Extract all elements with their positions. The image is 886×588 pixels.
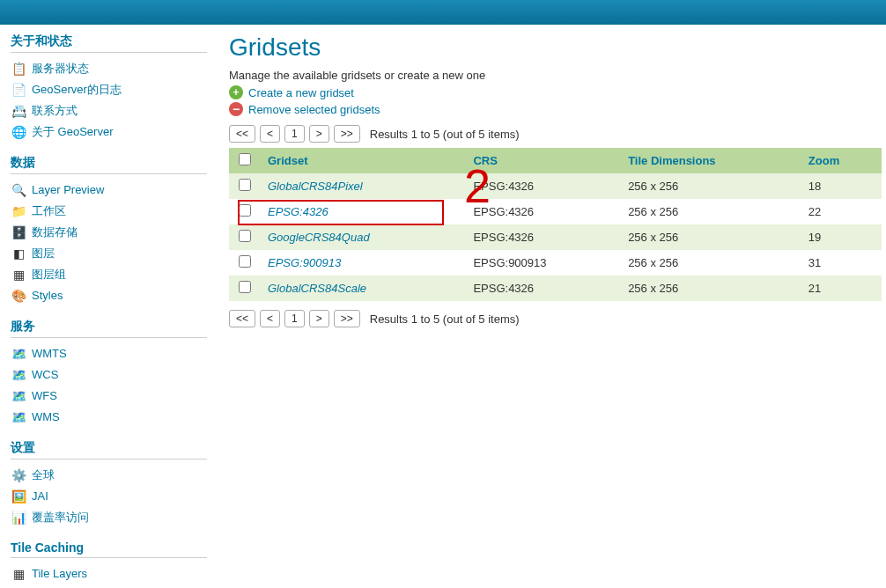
status-icon: 📋: [11, 62, 26, 76]
table-row: GlobalCRS84Scale EPSG:4326 256 x 256 21: [229, 276, 882, 301]
service-icon: 🗺️: [11, 368, 26, 382]
palette-icon: 🎨: [11, 289, 26, 303]
row-checkbox[interactable]: [239, 179, 251, 191]
layergroup-icon: ▦: [11, 268, 26, 282]
nav-stores[interactable]: 🗄️数据存储: [11, 222, 207, 243]
jai-icon: 🖼️: [11, 489, 26, 503]
log-icon: 📄: [11, 83, 26, 97]
gridset-link[interactable]: EPSG:4326: [268, 205, 329, 218]
pager-page[interactable]: 1: [284, 310, 305, 327]
gridset-link[interactable]: GlobalCRS84Pixel: [268, 180, 363, 193]
nav-geoserver-logs[interactable]: 📄GeoServer的日志: [11, 79, 207, 100]
info-icon: 🌐: [11, 125, 26, 139]
minus-icon: −: [229, 102, 243, 116]
service-icon: 🗺️: [11, 347, 26, 361]
globe-icon: ⚙️: [11, 468, 26, 482]
coverage-icon: 📊: [11, 511, 26, 525]
row-dim: 256 x 256: [621, 276, 801, 301]
nav-layers[interactable]: ◧图层: [11, 243, 207, 264]
section-about: 关于和状态: [11, 33, 207, 53]
row-dim: 256 x 256: [621, 173, 801, 199]
pager-page[interactable]: 1: [284, 125, 305, 143]
select-all-checkbox[interactable]: [239, 153, 251, 165]
pager-bottom: << < 1 > >> Results 1 to 5 (out of 5 ite…: [229, 310, 882, 327]
remove-gridsets-link[interactable]: − Remove selected gridsets: [229, 102, 882, 116]
nav-workspaces[interactable]: 📁工作区: [11, 201, 207, 222]
nav-layer-preview[interactable]: 🔍Layer Preview: [11, 180, 207, 201]
table-row: GlobalCRS84Pixel EPSG:4326 256 x 256 18: [229, 173, 882, 199]
nav-layer-groups[interactable]: ▦图层组: [11, 264, 207, 285]
page-title: Gridsets: [229, 33, 882, 62]
row-zoom: 21: [801, 276, 882, 301]
create-gridset-link[interactable]: + Create a new gridset: [229, 85, 882, 99]
nav-wmts[interactable]: 🗺️WMTS: [11, 343, 207, 364]
gridset-link[interactable]: GoogleCRS84Quad: [268, 231, 370, 244]
row-checkbox[interactable]: [239, 281, 251, 293]
pager-prev[interactable]: <: [260, 310, 280, 327]
pager-first[interactable]: <<: [229, 125, 255, 143]
col-zoom[interactable]: Zoom: [801, 148, 882, 173]
row-zoom: 19: [801, 224, 882, 250]
sidebar: 关于和状态 📋服务器状态 📄GeoServer的日志 📇联系方式 🌐关于 Geo…: [0, 25, 216, 588]
row-dim: 256 x 256: [621, 250, 801, 276]
db-icon: 🗄️: [11, 225, 26, 239]
pager-last[interactable]: >>: [334, 310, 360, 327]
table-row: EPSG:4326 EPSG:4326 256 x 256 22: [229, 199, 882, 224]
pager-next[interactable]: >: [309, 310, 329, 327]
pager-next[interactable]: >: [309, 125, 329, 143]
col-tiledim[interactable]: Tile Dimensions: [621, 148, 801, 173]
service-icon: 🗺️: [11, 389, 26, 403]
row-dim: 256 x 256: [621, 199, 801, 224]
nav-tile-layers[interactable]: ▦Tile Layers: [11, 563, 207, 584]
row-crs: EPSG:4326: [466, 224, 621, 250]
preview-icon: 🔍: [11, 183, 26, 197]
nav-jai[interactable]: 🖼️JAI: [11, 486, 207, 507]
section-data: 数据: [11, 155, 207, 174]
nav-about-geoserver[interactable]: 🌐关于 GeoServer: [11, 121, 207, 143]
pager-top: << < 1 > >> Results 1 to 5 (out of 5 ite…: [229, 125, 882, 143]
nav-contact[interactable]: 📇联系方式: [11, 100, 207, 121]
section-settings: 设置: [11, 440, 207, 459]
gridsets-table: Gridset CRS Tile Dimensions Zoom GlobalC…: [229, 148, 882, 301]
main-content: Gridsets Manage the available gridsets o…: [216, 25, 886, 588]
service-icon: 🗺️: [11, 410, 26, 424]
pager-results-bottom: Results 1 to 5 (out of 5 items): [370, 312, 520, 326]
pager-first[interactable]: <<: [229, 310, 255, 327]
nav-server-status[interactable]: 📋服务器状态: [11, 58, 207, 79]
pager-results-top: Results 1 to 5 (out of 5 items): [370, 128, 520, 141]
plus-icon: +: [229, 85, 243, 99]
nav-wcs[interactable]: 🗺️WCS: [11, 364, 207, 386]
gridset-link[interactable]: EPSG:900913: [268, 256, 341, 269]
grid-icon: ▦: [11, 567, 26, 581]
row-crs: EPSG:4326: [466, 276, 621, 301]
nav-coverage-access[interactable]: 📊覆盖率访问: [11, 507, 207, 528]
remove-gridsets-label: Remove selected gridsets: [248, 103, 380, 116]
nav-styles[interactable]: 🎨Styles: [11, 285, 207, 306]
col-gridset[interactable]: Gridset: [261, 148, 466, 173]
pager-prev[interactable]: <: [260, 125, 280, 143]
pager-last[interactable]: >>: [334, 125, 360, 143]
nav-wfs[interactable]: 🗺️WFS: [11, 386, 207, 407]
row-zoom: 18: [801, 173, 882, 199]
nav-global[interactable]: ⚙️全球: [11, 465, 207, 486]
row-dim: 256 x 256: [621, 224, 801, 250]
row-crs: EPSG:900913: [466, 250, 621, 276]
row-checkbox[interactable]: [239, 204, 251, 217]
table-row: GoogleCRS84Quad EPSG:4326 256 x 256 19: [229, 224, 882, 250]
row-zoom: 22: [801, 199, 882, 224]
section-services: 服务: [11, 319, 207, 338]
nav-caching-defaults[interactable]: 🌐Caching Defaults: [11, 584, 207, 588]
top-bar: [0, 0, 886, 25]
gridset-link[interactable]: GlobalCRS84Scale: [268, 282, 366, 295]
layer-icon: ◧: [11, 246, 26, 261]
nav-wms[interactable]: 🗺️WMS: [11, 407, 207, 428]
page-subtitle: Manage the available gridsets or create …: [229, 69, 882, 82]
row-checkbox[interactable]: [239, 230, 251, 242]
table-row: EPSG:900913 EPSG:900913 256 x 256 31: [229, 250, 882, 276]
create-gridset-label: Create a new gridset: [248, 86, 354, 99]
folder-icon: 📁: [11, 204, 26, 218]
contact-icon: 📇: [11, 104, 26, 118]
col-checkbox: [229, 148, 261, 173]
row-checkbox[interactable]: [239, 255, 251, 268]
section-tile-caching: Tile Caching: [11, 540, 207, 558]
